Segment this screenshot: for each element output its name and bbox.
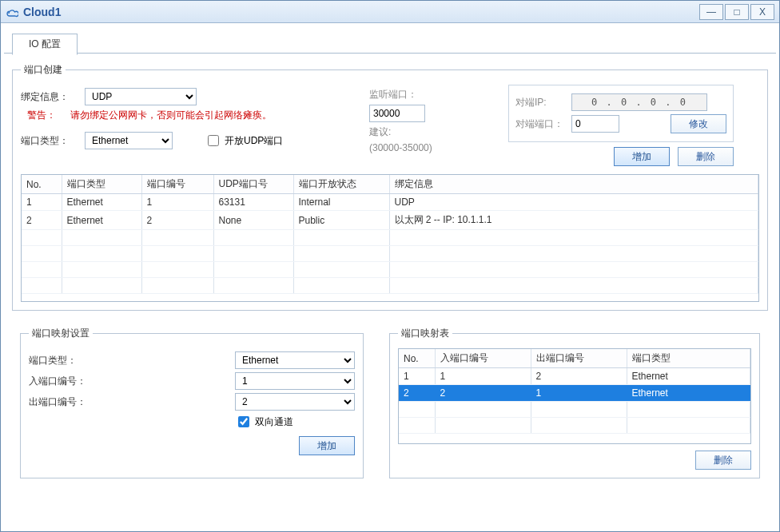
tab-bar: IO 配置: [4, 33, 776, 54]
maximize-button[interactable]: □: [725, 4, 749, 20]
bidir-label: 双向通道: [255, 415, 293, 429]
peer-port-label: 对端端口：: [515, 117, 571, 131]
table-row[interactable]: 1 Ethernet 1 63131 Internal UDP: [22, 194, 758, 211]
listen-port-input[interactable]: [369, 105, 425, 122]
map-delete-button[interactable]: 删除: [695, 451, 751, 470]
port-type-label: 端口类型：: [21, 134, 85, 148]
open-udp-label: 开放UDP端口: [225, 134, 283, 148]
col-udp-port: UDP端口号: [213, 175, 293, 194]
app-window: Cloud1 — □ X IO 配置 端口创建 绑定信息： UDP: [0, 0, 780, 532]
port-delete-button[interactable]: 删除: [678, 147, 734, 166]
close-button[interactable]: X: [750, 4, 774, 20]
open-udp-port-checkbox[interactable]: 开放UDP端口: [205, 133, 283, 149]
peer-port-input[interactable]: [571, 115, 619, 133]
col-open-state: 端口开放状态: [293, 175, 389, 194]
port-create-middle: 监听端口： 建议: (30000-35000): [369, 85, 497, 157]
port-create-left: 绑定信息： UDP 警告： 请勿绑定公网网卡，否则可能会引起网络瘫痪。 端口类型…: [21, 85, 364, 153]
bidir-checkbox[interactable]: 双向通道: [235, 414, 355, 430]
client-area: IO 配置 端口创建 绑定信息： UDP 警告： 请勿绑定公网网卡，否则可能会引…: [4, 25, 776, 528]
port-create-legend: 端口创建: [21, 63, 66, 77]
modify-button[interactable]: 修改: [671, 114, 726, 133]
table-row[interactable]: [22, 262, 758, 278]
col-map-out: 出端口编号: [531, 349, 627, 368]
suggest-label: 建议:: [369, 125, 391, 139]
port-mapping-table-group: 端口映射表 No. 入端口编号 出端口编号 端口类型 1 1: [389, 327, 760, 478]
table-row[interactable]: 2 Ethernet 2 None Public 以太网 2 -- IP: 10…: [22, 211, 758, 230]
bind-info-label: 绑定信息：: [21, 90, 85, 104]
table-row[interactable]: [22, 278, 758, 294]
out-port-label: 出端口编号：: [29, 395, 117, 409]
port-table-header: No. 端口类型 端口编号 UDP端口号 端口开放状态 绑定信息: [22, 175, 758, 194]
port-table-scroll[interactable]: No. 端口类型 端口编号 UDP端口号 端口开放状态 绑定信息 1 Ether…: [21, 174, 759, 302]
map-table-legend: 端口映射表: [398, 327, 452, 340]
table-row[interactable]: [399, 402, 750, 418]
table-row[interactable]: 2 2 1 Ethernet: [399, 385, 750, 402]
table-row[interactable]: 1 1 2 Ethernet: [399, 368, 750, 385]
bidir-checkbox-input[interactable]: [238, 416, 249, 427]
map-port-type-select[interactable]: Ethernet: [235, 351, 355, 369]
listen-port-label: 监听端口：: [369, 88, 417, 101]
warn-label: 警告：: [27, 109, 67, 122]
titlebar[interactable]: Cloud1 — □ X: [1, 1, 779, 23]
tab-io-config[interactable]: IO 配置: [12, 34, 78, 55]
col-map-no: No.: [399, 349, 435, 368]
minimize-button[interactable]: —: [699, 4, 723, 20]
port-create-right: 对端IP: 0 . 0 . 0 . 0 对端端口： 修改 增加 删除: [502, 85, 734, 166]
map-table-scroll[interactable]: No. 入端口编号 出端口编号 端口类型 1 1 2 Ethernet: [398, 348, 751, 444]
map-table: No. 入端口编号 出端口编号 端口类型 1 1 2 Ethernet: [399, 349, 750, 434]
col-map-in: 入端口编号: [435, 349, 531, 368]
col-no: No.: [22, 175, 62, 194]
table-row[interactable]: [22, 230, 758, 246]
in-port-select[interactable]: 1: [235, 372, 355, 390]
map-add-button[interactable]: 增加: [299, 436, 355, 455]
peer-ip-input[interactable]: 0 . 0 . 0 . 0: [571, 93, 707, 111]
open-udp-checkbox-input[interactable]: [208, 135, 219, 146]
map-table-header: No. 入端口编号 出端口编号 端口类型: [399, 349, 750, 368]
col-port-no: 端口编号: [141, 175, 213, 194]
app-icon: [6, 6, 18, 18]
col-bind-info: 绑定信息: [389, 175, 758, 194]
suggest-range: (30000-35000): [369, 142, 432, 153]
port-table: No. 端口类型 端口编号 UDP端口号 端口开放状态 绑定信息 1 Ether…: [22, 175, 758, 294]
port-mapping-settings-group: 端口映射设置 端口类型： Ethernet 入端口编号： 1 出端口编: [20, 327, 364, 478]
col-port-type: 端口类型: [62, 175, 141, 194]
port-add-button[interactable]: 增加: [614, 147, 670, 166]
map-set-legend: 端口映射设置: [29, 327, 93, 340]
peer-ip-label: 对端IP:: [515, 96, 571, 109]
in-port-label: 入端口编号：: [29, 375, 117, 388]
port-type-select[interactable]: Ethernet: [85, 132, 173, 149]
col-map-type: 端口类型: [627, 349, 750, 368]
warn-text: 请勿绑定公网网卡，否则可能会引起网络瘫痪。: [70, 109, 272, 122]
port-create-group: 端口创建 绑定信息： UDP 警告： 请勿绑定公网网卡，否则可能会引起网络瘫痪。: [12, 63, 768, 311]
map-port-type-label: 端口类型：: [29, 354, 117, 367]
table-row[interactable]: [22, 246, 758, 262]
window-title: Cloud1: [23, 6, 698, 18]
table-row[interactable]: [399, 418, 750, 434]
out-port-select[interactable]: 2: [235, 393, 355, 411]
bind-info-select[interactable]: UDP: [85, 88, 197, 105]
